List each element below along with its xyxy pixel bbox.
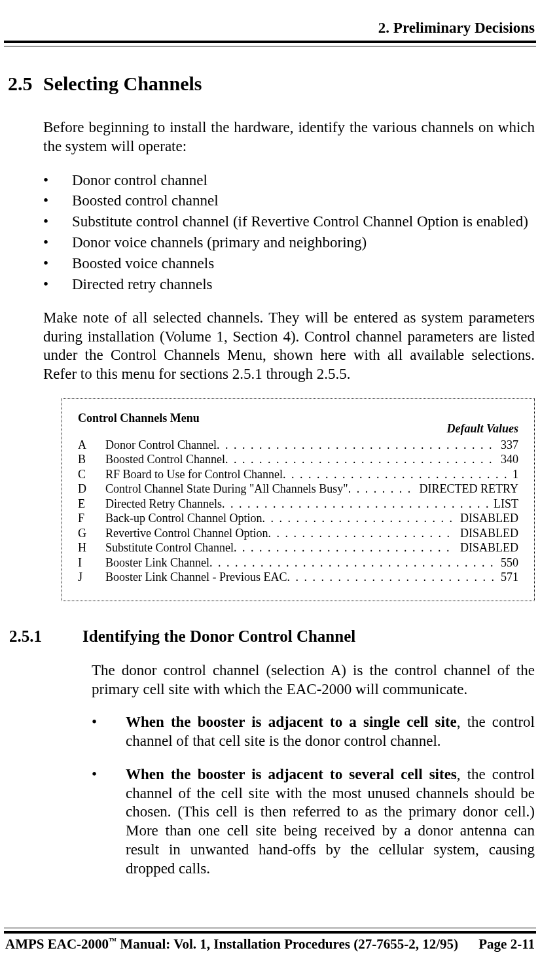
section-title-text: Selecting Channels [43, 73, 202, 94]
menu-row: J Booster Link Channel - Previous EAC 57… [78, 570, 518, 585]
channel-bullet-list: Donor control channel Boosted control ch… [43, 171, 535, 294]
menu-row: H Substitute Control Channel DISABLED [78, 540, 518, 555]
leader-dots [209, 555, 495, 570]
menu-row: A Donor Control Channel 337 [78, 438, 518, 453]
page: 2. Preliminary Decisions 2.5Selecting Ch… [0, 0, 540, 980]
chapter-title: 2. Preliminary Decisions [378, 20, 535, 36]
section-body: Before beginning to install the hardware… [43, 118, 535, 601]
list-item: Donor voice channels (primary and neighb… [43, 233, 535, 253]
list-item: Boosted voice channels [43, 254, 535, 273]
subsection-intro: The donor control channel (selection A) … [92, 661, 535, 699]
menu-label: Booster Link Channel - Previous EAC [105, 570, 287, 585]
list-item: When the booster is adjacent to several … [92, 765, 535, 879]
menu-label: Revertive Control Channel Option [105, 526, 268, 541]
running-header: 2. Preliminary Decisions [0, 20, 540, 41]
menu-value: 1 [507, 467, 518, 482]
footer-page-number: Page 2-11 [478, 936, 535, 953]
menu-row: B Boosted Control Channel 340 [78, 452, 518, 467]
menu-label: Control Channel State During "All Channe… [105, 481, 348, 497]
menu-label: RF Board to Use for Control Channel [105, 467, 283, 482]
control-channels-menu: Control Channels Menu Default Values A D… [62, 398, 535, 601]
trademark-icon: ™ [109, 936, 117, 945]
leader-dots [283, 467, 507, 482]
menu-label: Directed Retry Channels [105, 497, 222, 512]
menu-key: H [78, 540, 105, 555]
content-area: 2.5Selecting Channels Before beginning t… [0, 46, 540, 878]
bullet-lead: When the booster is adjacent to several … [126, 766, 457, 782]
menu-key: B [78, 452, 105, 467]
menu-key: F [78, 511, 105, 526]
list-item: Directed retry channels [43, 275, 535, 294]
menu-key: J [78, 570, 105, 585]
subsection-body: The donor control channel (selection A) … [92, 661, 535, 879]
leader-dots [348, 481, 414, 497]
bullet-rest: , the control channel of the cell site w… [126, 766, 535, 877]
leader-dots [268, 526, 455, 541]
list-item: Donor control channel [43, 171, 535, 190]
menu-row: E Directed Retry Channels LIST [78, 497, 518, 512]
list-item: Boosted control channel [43, 191, 535, 211]
menu-value: DISABLED [455, 540, 518, 555]
menu-label: Donor Control Channel [105, 438, 217, 453]
menu-label: Back-up Control Channel Option [105, 511, 262, 526]
menu-value: LIST [488, 497, 518, 512]
menu-value: DISABLED [455, 526, 518, 541]
menu-value: 550 [495, 555, 518, 570]
leader-dots [287, 570, 495, 585]
header-rule [4, 41, 536, 46]
menu-value: DIRECTED RETRY [414, 481, 519, 497]
footer-manual: Manual: Vol. 1, Installation Procedures … [117, 936, 458, 952]
leader-dots [217, 438, 495, 453]
menu-label: Substitute Control Channel [105, 540, 234, 555]
menu-key: G [78, 526, 105, 541]
intro-paragraph: Before beginning to install the hardware… [43, 118, 535, 156]
note-paragraph: Make note of all selected channels. They… [43, 309, 535, 384]
footer-product: AMPS EAC-2000 [5, 936, 109, 952]
leader-dots [225, 452, 495, 467]
footer-rule [4, 928, 536, 934]
leader-dots [234, 540, 455, 555]
section-heading: 2.5Selecting Channels [8, 73, 535, 95]
menu-row: F Back-up Control Channel Option DISABLE… [78, 511, 518, 526]
menu-value: 340 [495, 452, 518, 467]
subsection-title-text: Identifying the Donor Control Channel [82, 627, 355, 645]
section-number: 2.5 [8, 73, 43, 95]
menu-row: I Booster Link Channel 550 [78, 555, 518, 570]
menu-value: DISABLED [455, 511, 518, 526]
subsection-number: 2.5.1 [8, 627, 82, 646]
bullet-lead: When the booster is adjacent to a single… [126, 714, 457, 730]
footer-line: AMPS EAC-2000™ Manual: Vol. 1, Installat… [4, 936, 536, 953]
menu-key: D [78, 481, 105, 497]
menu-key: I [78, 555, 105, 570]
menu-value: 337 [495, 438, 518, 453]
subsection-bullet-list: When the booster is adjacent to a single… [92, 713, 535, 878]
subsection: 2.5.1Identifying the Donor Control Chann… [8, 627, 535, 879]
menu-row: G Revertive Control Channel Option DISAB… [78, 526, 518, 541]
menu-label: Boosted Control Channel [105, 452, 225, 467]
list-item: When the booster is adjacent to a single… [92, 713, 535, 751]
menu-key: A [78, 438, 105, 453]
leader-dots [262, 511, 455, 526]
menu-value: 571 [495, 570, 518, 585]
menu-row: C RF Board to Use for Control Channel 1 [78, 467, 518, 482]
footer-left: AMPS EAC-2000™ Manual: Vol. 1, Installat… [5, 936, 458, 953]
page-footer: AMPS EAC-2000™ Manual: Vol. 1, Installat… [4, 928, 536, 953]
subsection-heading: 2.5.1Identifying the Donor Control Chann… [8, 627, 535, 646]
menu-label: Booster Link Channel [105, 555, 209, 570]
leader-dots [222, 497, 488, 512]
menu-key: E [78, 497, 105, 512]
list-item: Substitute control channel (if Revertive… [43, 212, 535, 232]
menu-row: D Control Channel State During "All Chan… [78, 481, 518, 497]
menu-key: C [78, 467, 105, 482]
